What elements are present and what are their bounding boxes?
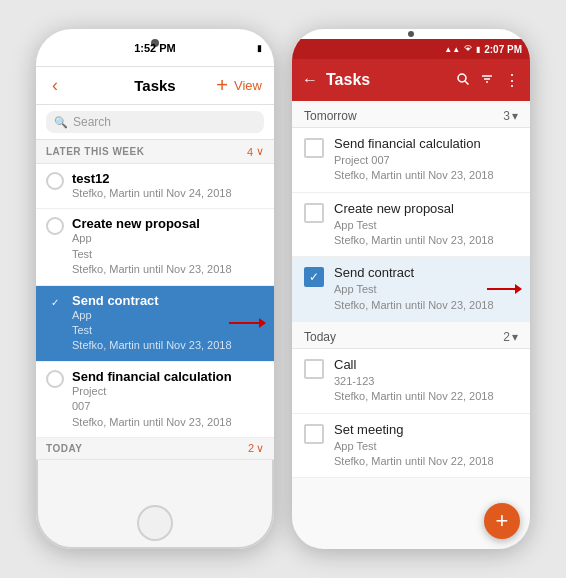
android-task-item[interactable]: Create new proposal App TestStefko, Mart… xyxy=(292,193,530,258)
ios-screen: 1:52 PM ▮ ‹ Tasks + View 🔍 Search xyxy=(36,29,274,549)
android-section-tomorrow: Tomorrow 3 ▾ xyxy=(292,101,530,128)
android-tomorrow-chevron[interactable]: ▾ xyxy=(512,109,518,123)
ios-search-icon: 🔍 xyxy=(54,116,68,129)
ios-task-subtitle: Project007Stefko, Martin until Nov 23, 2… xyxy=(72,384,232,430)
ios-section-later-label: LATER THIS WEEK xyxy=(46,146,144,157)
ios-add-button[interactable]: + xyxy=(216,74,228,97)
android-task-item[interactable]: Call 321-123Stefko, Martin until Nov 22,… xyxy=(292,349,530,414)
red-arrow xyxy=(229,318,266,328)
android-status-icons: ▲▲ ▮ xyxy=(444,44,480,54)
ios-nav-title: Tasks xyxy=(134,77,175,94)
android-task-content: Call 321-123Stefko, Martin until Nov 22,… xyxy=(334,357,494,405)
ios-section-today: TODAY 2 ∨ xyxy=(36,438,274,460)
android-arrow-annotation xyxy=(487,284,522,294)
android-task-title: Send financial calculation xyxy=(334,136,494,153)
android-task-checkbox[interactable] xyxy=(304,138,324,158)
arrow-annotation xyxy=(229,318,266,328)
android-task-checkbox-checked[interactable]: ✓ xyxy=(304,267,324,287)
ios-section-today-label: TODAY xyxy=(46,443,82,454)
ios-task-content: Create new proposal AppTestStefko, Marti… xyxy=(72,216,232,277)
android-signal-icon: ▲▲ xyxy=(444,45,460,54)
ios-search-placeholder: Search xyxy=(73,115,111,129)
android-arrow-head xyxy=(515,284,522,294)
ios-status-bar: 1:52 PM ▮ xyxy=(36,29,274,67)
android-section-today-label: Today xyxy=(304,330,336,344)
android-section-today: Today 2 ▾ xyxy=(292,322,530,349)
android-section-tomorrow-label: Tomorrow xyxy=(304,109,357,123)
android-task-subtitle: App TestStefko, Martin until Nov 23, 201… xyxy=(334,218,494,249)
android-today-chevron[interactable]: ▾ xyxy=(512,330,518,344)
ios-nav-bar: ‹ Tasks + View xyxy=(36,67,274,105)
android-status-bar: ▲▲ ▮ 2:07 PM xyxy=(292,39,530,59)
svg-point-0 xyxy=(458,74,466,82)
android-task-content: Set meeting App TestStefko, Martin until… xyxy=(334,422,494,470)
android-camera xyxy=(408,31,414,37)
ios-task-checkbox-checked[interactable]: ✓ xyxy=(46,294,64,312)
android-section-today-count: 2 ▾ xyxy=(503,330,518,344)
ios-task-checkbox[interactable] xyxy=(46,370,64,388)
android-arrow-line xyxy=(487,288,515,290)
android-task-subtitle: App TestStefko, Martin until Nov 23, 201… xyxy=(334,282,494,313)
ios-section-today-count: 2 ∨ xyxy=(248,442,264,455)
ios-task-item-highlighted[interactable]: ✓ Send contract AppTestStefko, Martin un… xyxy=(36,286,274,362)
arrow-head xyxy=(259,318,266,328)
ios-task-checkbox[interactable] xyxy=(46,172,64,190)
ios-section-later-count: 4 ∨ xyxy=(247,145,264,158)
ios-task-item[interactable]: Create new proposal AppTestStefko, Marti… xyxy=(36,209,274,285)
ios-back-button[interactable]: ‹ xyxy=(52,75,58,96)
ios-section-later: LATER THIS WEEK 4 ∨ xyxy=(36,140,274,164)
android-toolbar-title: Tasks xyxy=(326,71,448,89)
android-task-item-highlighted[interactable]: ✓ Send contract App TestStefko, Martin u… xyxy=(292,257,530,322)
android-back-button[interactable]: ← xyxy=(302,71,318,89)
svg-line-1 xyxy=(465,81,468,84)
android-toolbar-actions: ⋮ xyxy=(456,71,520,90)
android-notch xyxy=(292,29,530,39)
ios-tasks-list: test12 Stefko, Martin until Nov 24, 2018… xyxy=(36,164,274,549)
ios-section-today-chevron[interactable]: ∨ xyxy=(256,442,264,455)
android-task-title: Set meeting xyxy=(334,422,494,439)
android-task-checkbox[interactable] xyxy=(304,424,324,444)
ios-battery-icon: ▮ xyxy=(257,43,262,53)
android-task-subtitle: 321-123Stefko, Martin until Nov 22, 2018 xyxy=(334,374,494,405)
android-wifi-icon xyxy=(463,44,473,54)
ios-time: 1:52 PM xyxy=(134,42,176,54)
android-task-title: Send contract xyxy=(334,265,494,282)
android-task-item[interactable]: Set meeting App TestStefko, Martin until… xyxy=(292,414,530,479)
android-search-button[interactable] xyxy=(456,72,470,89)
android-task-content: Create new proposal App TestStefko, Mart… xyxy=(334,201,494,249)
android-task-content: Send contract App TestStefko, Martin unt… xyxy=(334,265,494,313)
ios-home-button[interactable] xyxy=(137,505,173,541)
android-fab-button[interactable]: + xyxy=(484,503,520,539)
ios-view-button[interactable]: View xyxy=(234,78,262,93)
android-toolbar: ← Tasks ⋮ xyxy=(292,59,530,101)
ios-task-content: Send financial calculation Project007Ste… xyxy=(72,369,232,430)
android-more-button[interactable]: ⋮ xyxy=(504,71,520,90)
android-task-checkbox[interactable] xyxy=(304,359,324,379)
android-task-title: Call xyxy=(334,357,494,374)
ios-task-subtitle: AppTestStefko, Martin until Nov 23, 2018 xyxy=(72,231,232,277)
android-task-checkbox[interactable] xyxy=(304,203,324,223)
ios-section-later-chevron[interactable]: ∨ xyxy=(256,145,264,158)
ios-nav-actions: + View xyxy=(216,74,262,97)
ios-task-checkbox[interactable] xyxy=(46,217,64,235)
ios-search-input[interactable]: 🔍 Search xyxy=(46,111,264,133)
android-phone: ▲▲ ▮ 2:07 PM ← Tasks ⋮ xyxy=(292,29,530,549)
android-task-subtitle: Project 007Stefko, Martin until Nov 23, … xyxy=(334,153,494,184)
ios-task-title: test12 xyxy=(72,171,232,186)
ios-task-item[interactable]: Send financial calculation Project007Ste… xyxy=(36,362,274,438)
android-task-subtitle: App TestStefko, Martin until Nov 22, 201… xyxy=(334,439,494,470)
android-task-title: Create new proposal xyxy=(334,201,494,218)
ios-task-title: Send financial calculation xyxy=(72,369,232,384)
ios-task-subtitle: Stefko, Martin until Nov 24, 2018 xyxy=(72,186,232,201)
ios-task-content: Send contract AppTestStefko, Martin unti… xyxy=(72,293,232,354)
android-battery-icon: ▮ xyxy=(476,45,480,54)
scene: 1:52 PM ▮ ‹ Tasks + View 🔍 Search xyxy=(26,19,540,559)
android-filter-button[interactable] xyxy=(480,72,494,89)
ios-task-title: Create new proposal xyxy=(72,216,232,231)
android-time: 2:07 PM xyxy=(484,44,522,55)
arrow-line xyxy=(229,322,259,324)
android-task-item[interactable]: Send financial calculation Project 007St… xyxy=(292,128,530,193)
ios-task-item[interactable]: test12 Stefko, Martin until Nov 24, 2018 xyxy=(36,164,274,209)
android-content: Tomorrow 3 ▾ Send financial calculation … xyxy=(292,101,530,549)
ios-phone: 1:52 PM ▮ ‹ Tasks + View 🔍 Search xyxy=(36,29,274,549)
